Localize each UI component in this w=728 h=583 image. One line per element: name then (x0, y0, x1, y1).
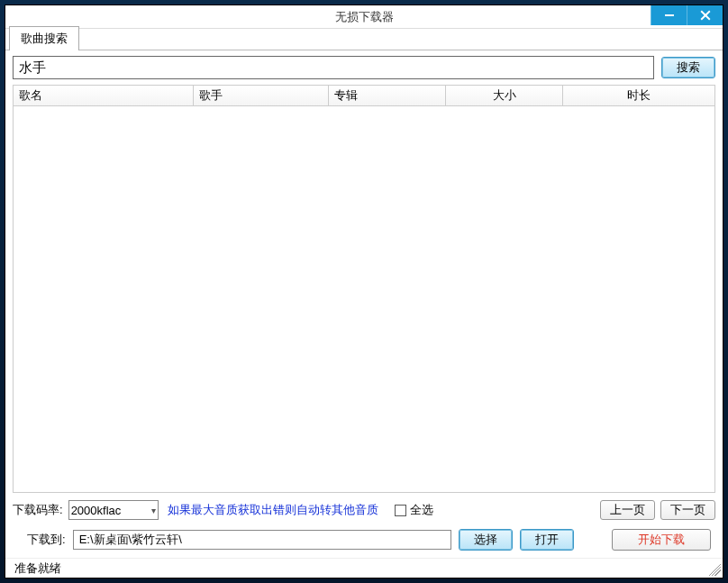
resize-grip-icon[interactable] (708, 563, 721, 576)
next-page-button[interactable]: 下一页 (660, 500, 715, 520)
choose-button[interactable]: 选择 (459, 529, 513, 551)
search-input[interactable] (13, 56, 654, 79)
bitrate-value: 2000kflac (71, 504, 122, 517)
titlebar: 无损下载器 (5, 5, 723, 29)
status-text: 准备就绪 (14, 560, 61, 577)
start-download-button[interactable]: 开始下载 (612, 529, 711, 551)
window-title: 无损下载器 (335, 9, 394, 25)
chevron-down-icon: ▾ (151, 506, 156, 515)
bitrate-label: 下载码率: (13, 502, 63, 518)
outer-frame: 无损下载器 歌曲搜索 搜索 歌名 歌手 专辑 大小 时长 (0, 0, 728, 583)
bitrate-select[interactable]: 2000kflac ▾ (68, 500, 159, 520)
select-all-label: 全选 (410, 502, 433, 518)
window-controls (651, 5, 723, 25)
dest-row: 下载到: 选择 打开 开始下载 (5, 524, 723, 558)
bitrate-hint: 如果最大音质获取出错则自动转其他音质 (168, 502, 378, 518)
app-window: 无损下载器 歌曲搜索 搜索 歌名 歌手 专辑 大小 时长 (5, 5, 723, 578)
col-artist[interactable]: 歌手 (194, 86, 329, 106)
prev-page-button[interactable]: 上一页 (600, 500, 655, 520)
search-button[interactable]: 搜索 (661, 57, 715, 78)
open-button[interactable]: 打开 (520, 529, 574, 551)
col-song-name[interactable]: 歌名 (14, 86, 194, 106)
results-table: 歌名 歌手 专辑 大小 时长 (13, 85, 715, 493)
col-duration[interactable]: 时长 (563, 86, 715, 106)
search-row: 搜索 (5, 50, 723, 85)
col-size[interactable]: 大小 (446, 86, 563, 106)
dest-input[interactable] (73, 530, 451, 550)
select-all-checkbox[interactable] (395, 505, 406, 516)
col-album[interactable]: 专辑 (329, 86, 446, 106)
tab-song-search[interactable]: 歌曲搜索 (9, 26, 79, 50)
close-icon (700, 10, 711, 21)
dest-label: 下载到: (27, 532, 66, 548)
table-body[interactable] (13, 106, 715, 493)
select-all-wrap[interactable]: 全选 (395, 502, 433, 518)
tabstrip: 歌曲搜索 (5, 29, 723, 50)
minimize-button[interactable] (651, 5, 687, 25)
statusbar: 准备就绪 (5, 558, 723, 578)
table-header-row: 歌名 歌手 专辑 大小 时长 (13, 85, 715, 106)
bitrate-row: 下载码率: 2000kflac ▾ 如果最大音质获取出错则自动转其他音质 全选 … (5, 496, 723, 524)
close-button[interactable] (687, 5, 723, 25)
